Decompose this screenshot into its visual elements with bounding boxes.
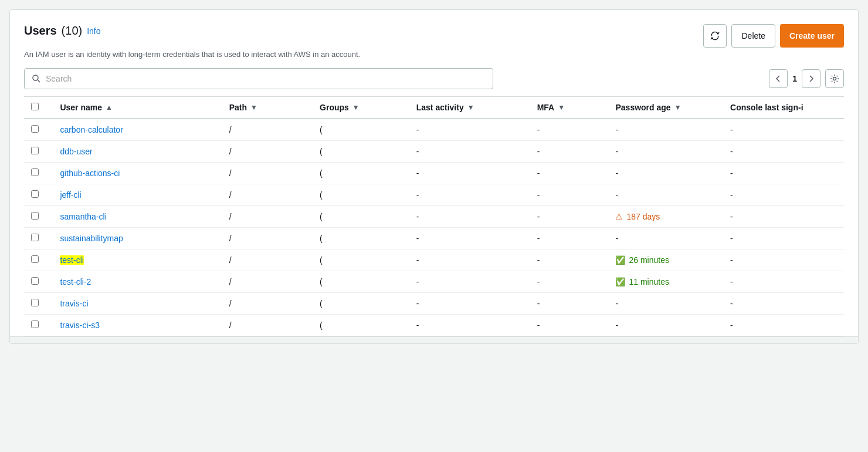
- row-checkbox[interactable]: [31, 234, 39, 241]
- page-subtitle: An IAM user is an identity with long-ter…: [24, 50, 844, 59]
- passwordage-column-header[interactable]: Password age ▼: [608, 97, 723, 119]
- user-link[interactable]: test-cli: [60, 255, 83, 265]
- groups-cell: (: [313, 141, 409, 163]
- last-activity-cell: -: [409, 249, 530, 271]
- password-age-ok: ✅26 minutes: [615, 255, 716, 265]
- password-age-cell: -: [608, 228, 723, 249]
- row-checkbox[interactable]: [31, 321, 39, 328]
- search-icon: [32, 74, 41, 83]
- path-sort-icon: ▼: [250, 103, 257, 112]
- last-activity-cell: -: [409, 141, 530, 163]
- groups-column-header[interactable]: Groups ▼: [313, 97, 409, 119]
- password-age-warning: ⚠187 days: [615, 212, 716, 221]
- horizontal-scrollbar[interactable]: [10, 336, 858, 343]
- info-link[interactable]: Info: [87, 26, 100, 36]
- row-checkbox[interactable]: [31, 168, 39, 176]
- console-signin-cell: -: [723, 119, 844, 141]
- warning-icon: ⚠: [615, 212, 623, 221]
- chevron-right-icon: [808, 75, 814, 83]
- gear-icon: [830, 74, 839, 83]
- page-number: 1: [792, 74, 797, 83]
- user-link[interactable]: test-cli-2: [60, 277, 91, 286]
- last-activity-cell: -: [409, 228, 530, 249]
- user-link[interactable]: github-actions-ci: [60, 168, 120, 178]
- table-row: github-actions-ci/(----: [24, 163, 844, 184]
- console-signin-cell: -: [723, 293, 844, 315]
- password-age-ok: ✅11 minutes: [615, 277, 716, 286]
- row-checkbox[interactable]: [31, 255, 39, 263]
- mfa-cell: -: [530, 228, 609, 249]
- table-row: ddb-user/(----: [24, 141, 844, 163]
- user-link[interactable]: jeff-cli: [60, 190, 81, 200]
- next-page-button[interactable]: [802, 69, 820, 88]
- mfa-cell: -: [530, 184, 609, 206]
- path-cell: /: [222, 206, 313, 228]
- user-link[interactable]: travis-ci-s3: [60, 321, 100, 330]
- mfa-cell: -: [530, 141, 609, 163]
- refresh-button[interactable]: [703, 24, 727, 48]
- groups-cell: (: [313, 228, 409, 249]
- svg-point-2: [833, 77, 836, 80]
- row-checkbox[interactable]: [31, 277, 39, 285]
- search-input[interactable]: [46, 74, 486, 83]
- row-checkbox[interactable]: [31, 125, 39, 133]
- last-activity-cell: -: [409, 293, 530, 315]
- last-activity-cell: -: [409, 184, 530, 206]
- username-column-header[interactable]: User name ▲: [53, 97, 222, 119]
- user-link[interactable]: travis-ci: [60, 299, 88, 308]
- row-checkbox[interactable]: [31, 299, 39, 306]
- select-all-checkbox[interactable]: [31, 103, 39, 110]
- console-signin-cell: -: [723, 184, 844, 206]
- mfa-cell: -: [530, 293, 609, 315]
- mfa-cell: -: [530, 271, 609, 293]
- groups-cell: (: [313, 206, 409, 228]
- create-user-button[interactable]: Create user: [780, 24, 844, 48]
- select-all-header: [24, 97, 53, 119]
- table-row: travis-ci/(----: [24, 293, 844, 315]
- groups-cell: (: [313, 119, 409, 141]
- row-checkbox[interactable]: [31, 212, 39, 220]
- user-link[interactable]: ddb-user: [60, 147, 92, 156]
- groups-cell: (: [313, 249, 409, 271]
- consolesignin-column-header: Console last sign-i: [723, 97, 844, 119]
- mfa-cell: -: [530, 119, 609, 141]
- console-signin-cell: -: [723, 315, 844, 336]
- console-signin-cell: -: [723, 141, 844, 163]
- refresh-icon: [710, 31, 720, 41]
- path-cell: /: [222, 163, 313, 184]
- row-checkbox[interactable]: [31, 147, 39, 154]
- table-row: samantha-cli/(--⚠187 days-: [24, 206, 844, 228]
- password-age-cell: ✅26 minutes: [608, 249, 723, 271]
- last-activity-cell: -: [409, 315, 530, 336]
- path-cell: /: [222, 249, 313, 271]
- user-link[interactable]: samantha-cli: [60, 212, 106, 221]
- mfa-column-header[interactable]: MFA ▼: [530, 97, 609, 119]
- table-row: jeff-cli/(----: [24, 184, 844, 206]
- path-cell: /: [222, 271, 313, 293]
- password-age-cell: -: [608, 141, 723, 163]
- row-checkbox[interactable]: [31, 190, 39, 198]
- svg-line-1: [38, 80, 40, 83]
- last-activity-cell: -: [409, 119, 530, 141]
- password-age-cell: -: [608, 119, 723, 141]
- password-age-cell: -: [608, 184, 723, 206]
- lastactivity-column-header[interactable]: Last activity ▼: [409, 97, 530, 119]
- delete-button[interactable]: Delete: [731, 24, 775, 48]
- checkmark-icon: ✅: [615, 255, 625, 265]
- column-settings-button[interactable]: [825, 69, 844, 88]
- lastactivity-sort-icon: ▼: [467, 103, 474, 112]
- last-activity-cell: -: [409, 206, 530, 228]
- user-link[interactable]: sustainabilitymap: [60, 234, 123, 243]
- password-age-cell: ✅11 minutes: [608, 271, 723, 293]
- groups-cell: (: [313, 293, 409, 315]
- user-count: (10): [62, 24, 83, 38]
- page-title: Users: [24, 24, 57, 38]
- last-activity-cell: -: [409, 271, 530, 293]
- table-row: test-cli/(--✅26 minutes-: [24, 249, 844, 271]
- path-column-header[interactable]: Path ▼: [222, 97, 313, 119]
- chevron-left-icon: [775, 75, 781, 83]
- prev-page-button[interactable]: [769, 69, 788, 88]
- user-link[interactable]: carbon-calculator: [60, 125, 123, 134]
- console-signin-cell: -: [723, 228, 844, 249]
- checkmark-icon: ✅: [615, 277, 625, 286]
